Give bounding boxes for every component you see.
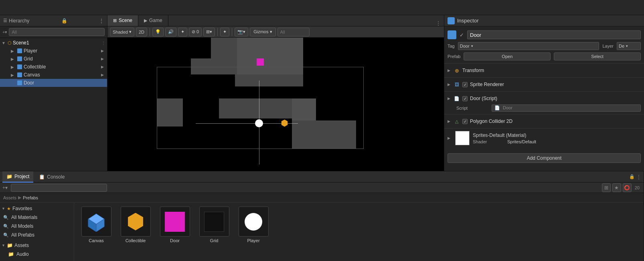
- game-canvas: [107, 38, 444, 171]
- scene-toolbar: Shaded ▾ 2D 💡 🔊 ✦ ⊘ 0 ⊞▾ ✦ 📷▾ Gizmos ▾: [107, 26, 444, 38]
- add-component-btn[interactable]: Add Component: [448, 153, 641, 163]
- inspector-body: ✓ Tag Door ▾ Layer De ▾ Prefab Open: [444, 26, 644, 171]
- material-expand-arrow[interactable]: ▶: [448, 136, 450, 140]
- sidebar-item-all-materials[interactable]: 🔍 All Materials: [0, 213, 74, 222]
- assets-header[interactable]: ▼ 📁 Assets: [0, 241, 74, 250]
- shader-value: Sprites/Default: [507, 139, 536, 144]
- inspector-tag-layer: Tag Door ▾ Layer De ▾: [444, 41, 644, 51]
- inspector-name-input[interactable]: [467, 30, 641, 39]
- effects-toggle[interactable]: ✦: [178, 28, 187, 36]
- asset-collectible[interactable]: Collectible: [117, 207, 154, 243]
- inspector-name-row: ✓: [444, 29, 644, 41]
- crosshair-v: [259, 80, 259, 165]
- scene1-kebab[interactable]: ⋮: [101, 41, 105, 45]
- tab-game[interactable]: ▶ Game: [138, 15, 168, 26]
- door-script-header[interactable]: ▶ 📄 ✓ Door (Script): [444, 93, 644, 104]
- favorites-chevron: ▼: [2, 207, 5, 211]
- scene-search-input[interactable]: [277, 28, 310, 36]
- asset-door[interactable]: Door: [157, 207, 193, 243]
- project-more-icon[interactable]: ⋮: [636, 174, 641, 180]
- project-tab-icon: 📁: [6, 174, 12, 179]
- hierarchy-item-door[interactable]: ▶ Door: [0, 79, 107, 87]
- hierarchy-add-btn[interactable]: +▾: [2, 30, 7, 35]
- door-label: Door: [24, 80, 34, 86]
- audio-toggle[interactable]: 🔊: [165, 28, 176, 36]
- scene-viewport[interactable]: [107, 38, 444, 171]
- grid-toggle[interactable]: ⊞▾: [203, 28, 215, 36]
- viewport-more-icon[interactable]: ⋮: [433, 20, 444, 26]
- gizmos-dropdown[interactable]: Gizmos ▾: [250, 28, 275, 36]
- player-thumb-img: [239, 207, 269, 237]
- tab-console[interactable]: 📋 Console: [35, 171, 69, 183]
- project-split: ▼ ★ Favorites 🔍 All Materials 🔍 All Mode…: [0, 203, 644, 261]
- tag-value: Door: [460, 44, 470, 48]
- hierarchy-item-grid[interactable]: ▶ Grid ▶: [0, 55, 107, 63]
- inspector-header: Inspector: [444, 15, 644, 26]
- collectible-chevron: ▶: [11, 65, 16, 69]
- sprite-renderer-icon: 🖼: [454, 81, 460, 88]
- hierarchy-more-icon[interactable]: ⋮: [99, 18, 104, 24]
- grid-label: Grid: [24, 56, 33, 62]
- sidebar-item-all-prefabs[interactable]: 🔍 All Prefabs: [0, 231, 74, 239]
- view-tabs: ⊞ Scene ▶ Game ⋮: [107, 15, 444, 26]
- polygon-collider-component: ▶ △ ✓ Polygon Collider 2D: [444, 114, 644, 128]
- favorites-header[interactable]: ▼ ★ Favorites: [0, 204, 74, 213]
- script-field-value[interactable]: 📄 Door: [492, 104, 641, 112]
- project-add-btn[interactable]: +▾: [2, 185, 8, 191]
- inspector-panel: Inspector ✓ Tag Door ▾ Layer De ▾: [444, 15, 644, 171]
- transform-component-header[interactable]: ▶ ⊕ Transform: [444, 65, 644, 76]
- light-toggle[interactable]: 💡: [152, 28, 164, 36]
- project-icon-btn-folder[interactable]: ⊞: [602, 183, 611, 192]
- layer-dropdown[interactable]: De ▾: [617, 42, 641, 50]
- sep1: [150, 28, 150, 36]
- project-icon-btn-star[interactable]: ★: [612, 183, 621, 192]
- audio-label: Audio: [16, 251, 29, 257]
- sprite-renderer-header[interactable]: ▶ 🖼 ✓ Sprite Renderer: [444, 79, 644, 90]
- tab-project[interactable]: 📁 Project: [2, 171, 33, 183]
- project-search-input[interactable]: [11, 184, 107, 192]
- console-tab-label: Console: [47, 174, 65, 180]
- script-value-text: Door: [503, 105, 512, 110]
- game-tab-icon: ▶: [144, 18, 147, 23]
- polygon-collider-enable-check[interactable]: ✓: [462, 119, 468, 124]
- tag-dropdown[interactable]: Door ▾: [458, 42, 599, 50]
- inspector-active-check[interactable]: ✓: [460, 32, 464, 38]
- hierarchy-search-input[interactable]: [9, 28, 105, 36]
- assets-label: Assets: [14, 243, 29, 248]
- render-toggle[interactable]: ✦: [220, 28, 229, 36]
- hierarchy-search-bar: +▾: [0, 26, 107, 38]
- tag-chevron: ▾: [471, 44, 473, 48]
- favorites-label: Favorites: [12, 206, 32, 211]
- shaded-label: Shaded: [113, 30, 128, 34]
- project-icon-btn-filter[interactable]: ⭕: [623, 183, 632, 192]
- asset-player[interactable]: Player: [235, 207, 271, 243]
- prefab-select-btn[interactable]: Select: [554, 52, 641, 60]
- sidebar-item-materials[interactable]: 📁 Materials: [0, 259, 74, 261]
- tab-scene[interactable]: ⊞ Scene: [107, 15, 138, 26]
- door-script-enable-check[interactable]: ✓: [462, 96, 468, 101]
- sidebar-item-all-models[interactable]: 🔍 All Models: [0, 222, 74, 231]
- sidebar-item-audio[interactable]: 📁 Audio: [0, 250, 74, 259]
- sprite-renderer-enable-check[interactable]: ✓: [462, 82, 468, 87]
- hierarchy-item-collectible[interactable]: ▶ Collectible ▶: [0, 63, 107, 71]
- camera-mode[interactable]: 📷▾: [235, 28, 248, 36]
- grid-cube-icon: [17, 56, 22, 62]
- asset-canvas[interactable]: Canvas: [78, 207, 114, 243]
- 2d-toggle[interactable]: 2D: [136, 28, 147, 36]
- polygon-collider-header[interactable]: ▶ △ ✓ Polygon Collider 2D: [444, 116, 644, 126]
- hierarchy-item-scene1[interactable]: ▼ ⬡ Scene1 ⋮: [0, 39, 107, 47]
- door-cube-icon: [17, 80, 22, 86]
- breadcrumb-assets[interactable]: Assets: [3, 195, 16, 200]
- audio-folder-icon: 📁: [8, 251, 14, 257]
- breadcrumb-prefabs[interactable]: Prefabs: [23, 195, 38, 200]
- scene-filter[interactable]: ⊘ 0: [189, 28, 202, 36]
- sprite-renderer-component: ▶ 🖼 ✓ Sprite Renderer: [444, 77, 644, 91]
- prefab-open-btn[interactable]: Open: [464, 52, 551, 60]
- material-name: Sprites-Default (Material): [473, 133, 641, 138]
- polygon-collider-icon: △: [454, 118, 460, 124]
- collectible-thumb-img: [121, 207, 151, 237]
- hierarchy-item-player[interactable]: ▶ Player ▶: [0, 47, 107, 55]
- asset-grid[interactable]: Grid: [196, 207, 232, 243]
- shaded-dropdown[interactable]: Shaded ▾: [110, 28, 134, 36]
- hierarchy-item-canvas[interactable]: ▶ Canvas ▶: [0, 71, 107, 79]
